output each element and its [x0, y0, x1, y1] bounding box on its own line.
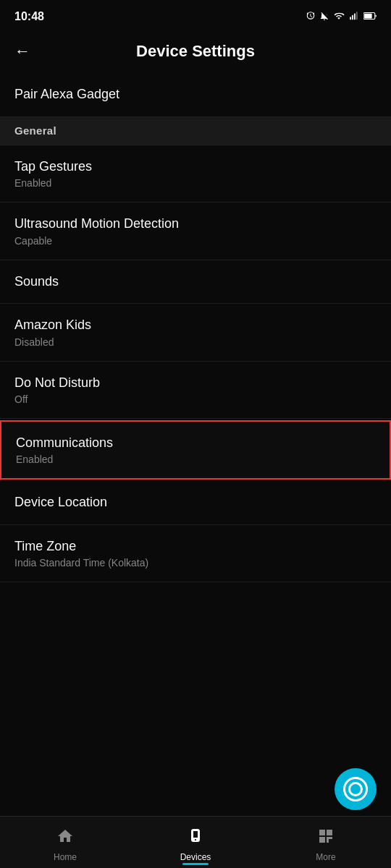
general-section-header: General [0, 117, 391, 145]
settings-item-subtitle-communications: Enabled [16, 454, 375, 465]
general-section-label: General [14, 124, 56, 137]
status-icons [306, 11, 377, 23]
settings-item-sounds[interactable]: Sounds [0, 260, 391, 304]
nav-home[interactable]: Home [0, 823, 130, 862]
settings-item-subtitle-do-not-disturb: Off [14, 393, 377, 405]
settings-item-subtitle-amazon-kids: Disabled [14, 336, 377, 348]
battery-icon [363, 12, 377, 22]
nav-more-label: More [316, 852, 335, 862]
settings-item-do-not-disturb[interactable]: Do Not DisturbOff [0, 362, 391, 419]
bottom-navigation: Home Devices More [0, 816, 391, 868]
settings-item-subtitle-tap-gestures: Enabled [14, 177, 377, 189]
settings-item-subtitle-time-zone: India Standard Time (Kolkata) [14, 557, 377, 569]
alarm-icon [306, 11, 316, 23]
status-bar: 10:48 [0, 0, 391, 32]
settings-item-ultrasound-motion[interactable]: Ultrasound Motion DetectionCapable [0, 203, 391, 260]
page-header: ← Device Settings [0, 32, 391, 72]
back-button[interactable]: ← [14, 42, 30, 61]
svg-rect-2 [354, 13, 356, 20]
nav-home-label: Home [54, 852, 77, 862]
settings-item-time-zone[interactable]: Time ZoneIndia Standard Time (Kolkata) [0, 525, 391, 582]
nav-devices[interactable]: Devices [130, 823, 261, 862]
settings-item-communications[interactable]: CommunicationsEnabled [0, 420, 391, 480]
svg-rect-0 [350, 17, 351, 20]
bell-off-icon [319, 11, 329, 23]
alexa-fab-inner [343, 777, 368, 801]
settings-item-title-time-zone: Time Zone [14, 538, 377, 555]
more-icon [317, 827, 335, 849]
settings-item-device-location[interactable]: Device Location [0, 481, 391, 524]
settings-item-tap-gestures[interactable]: Tap GesturesEnabled [0, 145, 391, 203]
page-title: Device Settings [136, 42, 255, 61]
alexa-fab[interactable] [335, 768, 377, 810]
nav-more[interactable]: More [261, 823, 391, 862]
svg-rect-3 [356, 12, 358, 20]
settings-content: Pair Alexa Gadget General Tap GesturesEn… [0, 72, 391, 640]
signal-icon [348, 11, 360, 23]
settings-list: Tap GesturesEnabledUltrasound Motion Det… [0, 145, 391, 582]
home-icon [56, 827, 74, 849]
svg-rect-1 [352, 14, 353, 19]
pair-alexa-label: Pair Alexa Gadget [14, 87, 119, 101]
pair-alexa-item[interactable]: Pair Alexa Gadget [0, 72, 391, 117]
settings-item-subtitle-ultrasound-motion: Capable [14, 235, 377, 247]
alexa-ring-icon [348, 782, 363, 796]
settings-item-title-do-not-disturb: Do Not Disturb [14, 375, 377, 391]
settings-item-title-tap-gestures: Tap Gestures [14, 158, 377, 175]
settings-item-amazon-kids[interactable]: Amazon KidsDisabled [0, 304, 391, 361]
settings-item-title-communications: Communications [16, 435, 375, 451]
settings-item-title-device-location: Device Location [14, 494, 377, 511]
devices-icon [187, 827, 204, 849]
settings-item-title-ultrasound-motion: Ultrasound Motion Detection [14, 216, 377, 232]
wifi-icon [333, 11, 345, 23]
svg-rect-5 [364, 13, 372, 18]
settings-item-title-amazon-kids: Amazon Kids [14, 317, 377, 333]
settings-item-title-sounds: Sounds [14, 273, 377, 290]
status-time: 10:48 [14, 10, 44, 23]
nav-devices-label: Devices [180, 852, 211, 862]
